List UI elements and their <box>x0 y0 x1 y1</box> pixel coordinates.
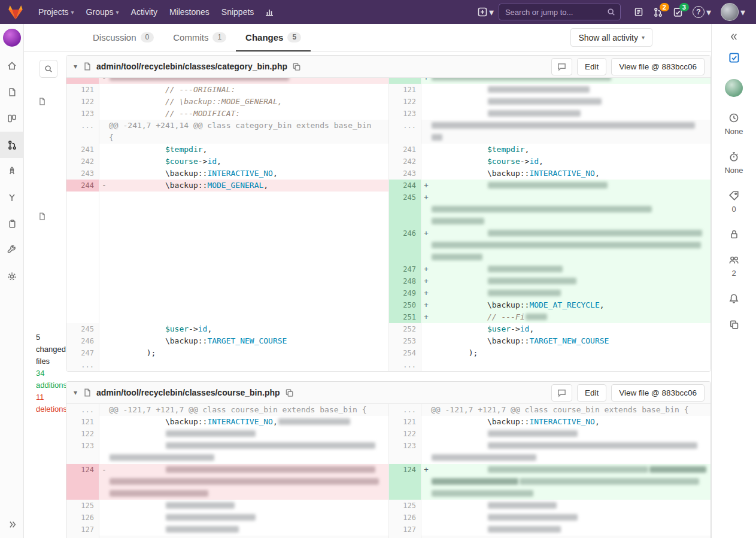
nav-snippets[interactable]: Snippets <box>215 0 260 24</box>
line-number[interactable]: 251 <box>388 311 421 323</box>
todo-sidebar-button[interactable] <box>728 52 740 63</box>
tab-commits[interactable]: Commits1 <box>163 24 236 51</box>
new-menu-button[interactable]: ▾ <box>473 0 499 24</box>
line-number[interactable]: ... <box>388 404 421 416</box>
sidebar-item-ci-cd[interactable] <box>0 158 24 184</box>
search-input[interactable] <box>504 7 607 17</box>
line-number[interactable]: 245 <box>66 323 99 335</box>
copy-path-icon[interactable] <box>292 62 301 71</box>
view-file-button[interactable]: View file @ 883bcc06 <box>611 384 705 402</box>
line-number[interactable]: 123 <box>388 108 421 120</box>
edit-file-button[interactable]: Edit <box>577 58 606 75</box>
line-number[interactable]: ... <box>66 404 99 416</box>
line-number[interactable]: 245 <box>388 192 421 227</box>
line-number[interactable]: ... <box>388 120 421 144</box>
line-number[interactable]: 241 <box>66 144 99 156</box>
nav-projects[interactable]: Projects▾ <box>32 0 80 24</box>
labels-sidebar-item[interactable]: 0 <box>728 190 739 214</box>
tree-file-course-bin[interactable] <box>38 209 67 223</box>
line-number[interactable] <box>388 78 421 84</box>
nav-groups[interactable]: Groups▾ <box>80 0 125 24</box>
line-number[interactable]: 248 <box>388 275 421 287</box>
user-menu-button[interactable]: ▾ <box>716 0 750 24</box>
line-number[interactable]: 121 <box>388 416 421 428</box>
edit-file-button[interactable]: Edit <box>577 384 606 402</box>
file-path[interactable]: admin/tool/recyclebin/classes/course_bin… <box>96 388 280 397</box>
line-number[interactable]: 123 <box>66 108 99 120</box>
line-number[interactable]: 247 <box>388 263 421 275</box>
todos-icon[interactable]: 3 <box>668 0 688 24</box>
line-number[interactable]: 254 <box>388 347 421 359</box>
sidebar-item-overview[interactable] <box>0 53 24 79</box>
tab-discussion[interactable]: Discussion0 <box>83 24 163 51</box>
tab-changes[interactable]: Changes5 <box>236 24 311 51</box>
line-number[interactable]: 244 <box>66 180 99 192</box>
issues-icon[interactable] <box>629 0 648 24</box>
line-number[interactable]: ... <box>388 536 421 538</box>
sidebar-item-settings[interactable] <box>0 263 24 290</box>
line-number[interactable]: ... <box>66 359 99 371</box>
notifications-sidebar-item[interactable] <box>728 293 739 304</box>
charts-icon[interactable] <box>260 0 279 24</box>
line-number[interactable] <box>66 78 99 84</box>
line-number[interactable]: 252 <box>388 323 421 335</box>
sidebar-item-repository[interactable] <box>0 79 24 105</box>
line-number[interactable]: 123 <box>66 440 99 464</box>
line-number[interactable]: 122 <box>66 428 99 440</box>
copy-reference-sidebar-item[interactable] <box>729 320 739 330</box>
line-number[interactable]: 123 <box>388 440 421 464</box>
line-number[interactable]: 121 <box>388 84 421 96</box>
line-number[interactable]: 124 <box>66 464 99 500</box>
collapse-sidebar-button[interactable] <box>730 32 739 41</box>
line-number[interactable]: 249 <box>388 287 421 299</box>
milestone-sidebar-item[interactable]: None <box>724 113 743 136</box>
line-number[interactable]: ... <box>66 120 99 144</box>
line-number[interactable]: 121 <box>66 84 99 96</box>
line-number[interactable]: 242 <box>66 156 99 168</box>
file-finder-button[interactable] <box>40 60 57 78</box>
view-file-button[interactable]: View file @ 883bcc06 <box>611 58 705 75</box>
sidebar-item-merge-requests[interactable] <box>0 132 24 158</box>
expand-sidebar-button[interactable] <box>0 514 24 534</box>
sidebar-item-issues[interactable] <box>0 105 24 132</box>
file-collapse-chevron-icon[interactable]: ▾ <box>72 388 78 397</box>
line-number[interactable]: 122 <box>388 96 421 108</box>
copy-path-icon[interactable] <box>285 388 294 397</box>
file-collapse-chevron-icon[interactable]: ▾ <box>72 62 78 71</box>
line-number[interactable]: 126 <box>388 512 421 524</box>
participants-sidebar-item[interactable]: 2 <box>728 255 740 278</box>
confidentiality-sidebar-item[interactable] <box>729 229 739 239</box>
assignee-sidebar-item[interactable] <box>725 79 743 97</box>
line-number[interactable]: 244 <box>388 180 421 192</box>
line-number[interactable]: 122 <box>388 428 421 440</box>
line-number[interactable]: 125 <box>66 500 99 512</box>
sidebar-item-packages[interactable] <box>0 211 24 237</box>
line-number[interactable]: 127 <box>66 524 99 536</box>
show-all-activity-button[interactable]: Show all activity▾ <box>570 28 652 47</box>
merge-requests-icon[interactable]: 2 <box>648 0 668 24</box>
tree-file-category-bin[interactable] <box>38 95 67 108</box>
line-number[interactable]: 125 <box>388 500 421 512</box>
project-avatar[interactable] <box>3 29 21 47</box>
line-number[interactable]: 127 <box>388 524 421 536</box>
line-number[interactable]: 124 <box>388 464 421 500</box>
line-number[interactable]: 126 <box>66 512 99 524</box>
line-number[interactable]: 122 <box>66 96 99 108</box>
toggle-comments-button[interactable] <box>551 384 572 402</box>
line-number[interactable]: 242 <box>388 156 421 168</box>
nav-milestones[interactable]: Milestones <box>163 0 215 24</box>
nav-activity[interactable]: Activity <box>125 0 163 24</box>
line-number[interactable]: 121 <box>66 416 99 428</box>
toggle-comments-button[interactable] <box>551 58 572 75</box>
help-menu-button[interactable]: ? ▾ <box>688 0 716 24</box>
line-number[interactable]: 241 <box>388 144 421 156</box>
line-number[interactable]: ... <box>66 536 99 538</box>
line-number[interactable]: 243 <box>66 168 99 180</box>
line-number[interactable]: ... <box>388 359 421 371</box>
gitlab-logo-icon[interactable] <box>7 4 24 20</box>
time-tracking-sidebar-item[interactable]: None <box>724 151 743 175</box>
file-path[interactable]: admin/tool/recyclebin/classes/category_b… <box>96 62 287 71</box>
line-number[interactable]: 250 <box>388 299 421 311</box>
line-number[interactable]: 246 <box>66 335 99 347</box>
sidebar-item-operations[interactable] <box>0 184 24 211</box>
